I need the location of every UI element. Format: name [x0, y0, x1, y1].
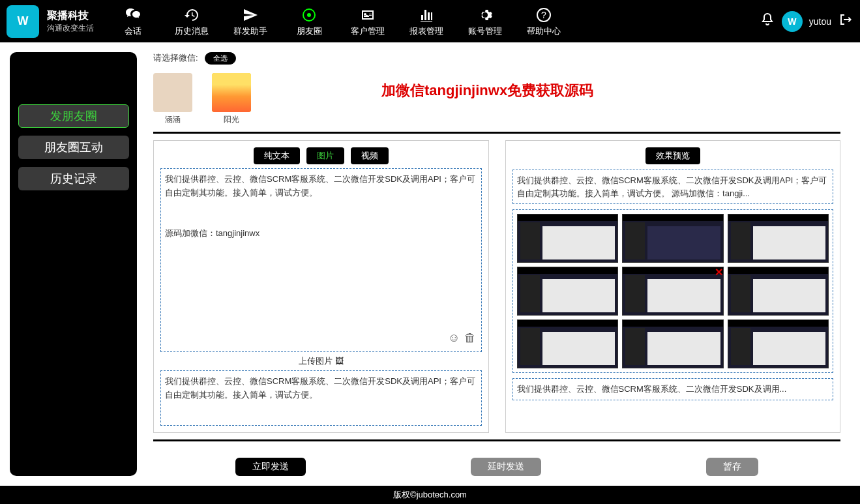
nav-chat[interactable]: 会话: [113, 6, 153, 37]
nav-label: 客户管理: [351, 25, 385, 37]
nav-moments[interactable]: 朋友圈: [289, 6, 329, 37]
send-now-button[interactable]: 立即发送: [235, 458, 306, 476]
nav-history[interactable]: 历史消息: [172, 6, 211, 37]
sidebar-post-moments[interactable]: 发朋友圈: [18, 104, 129, 128]
upload-image-button[interactable]: 上传图片 🖼: [160, 352, 482, 370]
avatar[interactable]: W: [782, 11, 803, 32]
tab-image[interactable]: 图片: [306, 147, 344, 164]
nav-report[interactable]: 报表管理: [407, 6, 446, 37]
sidebar: 发朋友圈 朋友圈互动 历史记录: [0, 42, 147, 486]
chart-icon: [419, 6, 434, 24]
nav-label: 会话: [125, 25, 141, 37]
header-right: W yutou: [760, 11, 853, 32]
nav-groupsend[interactable]: 群发助手: [231, 6, 270, 37]
select-all-button[interactable]: 全选: [205, 52, 236, 65]
preview-image-grid: ✕: [512, 209, 834, 373]
sidebar-interact[interactable]: 朋友圈互动: [18, 136, 129, 159]
preview-thumb[interactable]: [728, 319, 829, 368]
svg-text:?: ?: [541, 10, 546, 20]
nav-label: 报表管理: [409, 25, 443, 37]
help-icon: ?: [536, 6, 552, 24]
brand-sub: 沟通改变生活: [47, 23, 94, 34]
avatar-item[interactable]: 涵涵: [153, 73, 192, 125]
sidebar-history[interactable]: 历史记录: [18, 167, 129, 190]
moments-icon: [301, 6, 317, 24]
avatar-item[interactable]: 阳光: [212, 73, 251, 125]
preview-bottom-text: 我们提供群控、云控、微信SCRM客服系统、二次微信开发SDK及调用...: [512, 378, 834, 400]
username: yutou: [809, 16, 831, 27]
compose-panel: 纯文本 图片 视频 我们提供群控、云控、微信SCRM客服系统、二次微信开发SDK…: [153, 140, 489, 433]
footer: 版权©jubotech.com: [0, 486, 860, 504]
content-textarea[interactable]: 我们提供群控、云控、微信SCRM客服系统、二次微信开发SDK及调用API；客户可…: [160, 168, 482, 352]
content: 请选择微信: 全选 涵涵 阳光 加微信tangjinjinwx免费获取源码: [147, 42, 860, 486]
preview-top-text: 我们提供群控、云控、微信SCRM客服系统、二次微信开发SDK及调用API；客户可…: [512, 170, 834, 204]
preview-thumb[interactable]: [622, 319, 724, 368]
divider: [153, 132, 840, 134]
nav-label: 历史消息: [175, 25, 209, 37]
avatar-name: 阳光: [224, 114, 239, 125]
nav-customer[interactable]: 客户管理: [348, 6, 387, 37]
avatar-list: 涵涵 阳光: [153, 73, 251, 125]
preview-title: 效果预览: [645, 147, 700, 164]
content-type-tabs: 纯文本 图片 视频: [160, 147, 482, 164]
preview-panel: 效果预览 我们提供群控、云控、微信SCRM客服系统、二次微信开发SDK及调用AP…: [505, 140, 841, 433]
send-icon: [243, 6, 258, 24]
preview-thumb[interactable]: [517, 214, 619, 263]
id-card-icon: [360, 6, 376, 24]
wechat-icon: [125, 6, 141, 24]
logo[interactable]: W: [7, 5, 39, 38]
nav-label: 群发助手: [233, 25, 267, 37]
history-icon: [184, 6, 200, 24]
nav-help[interactable]: ? 帮助中心: [524, 6, 563, 37]
svg-point-1: [307, 13, 311, 17]
actions: 立即发送 延时发送 暂存: [153, 448, 840, 479]
divider: [153, 439, 840, 441]
bell-icon[interactable]: [760, 12, 775, 31]
avatar-name: 涵涵: [165, 114, 181, 125]
nav-label: 账号管理: [468, 25, 502, 37]
header: W 聚播科技 沟通改变生活 会话 历史消息 群发助手 朋友圈 客户管理 报表管理: [0, 0, 860, 42]
avatar-image: [212, 73, 251, 112]
logout-icon[interactable]: [838, 12, 853, 31]
gear-icon: [477, 6, 493, 24]
tab-text[interactable]: 纯文本: [254, 147, 300, 164]
emoji-icon[interactable]: ☺: [448, 329, 460, 348]
nav-account[interactable]: 账号管理: [466, 6, 505, 37]
preview-thumb[interactable]: [622, 214, 724, 263]
brand: 聚播科技 沟通改变生活: [47, 9, 94, 34]
avatar-image: [153, 73, 192, 112]
select-label: 请选择微信:: [153, 52, 198, 64]
nav: 会话 历史消息 群发助手 朋友圈 客户管理 报表管理 账号管理 ? 帮助中心: [113, 6, 563, 37]
brand-title: 聚播科技: [47, 9, 94, 23]
preview-thumb[interactable]: ✕: [622, 267, 724, 316]
preview-thumb[interactable]: [728, 267, 829, 316]
tab-video[interactable]: 视频: [351, 147, 389, 164]
banner-text: 加微信tangjinjinwx免费获取源码: [381, 81, 593, 125]
send-delay-button[interactable]: 延时发送: [471, 458, 541, 476]
delete-icon[interactable]: 🗑: [464, 329, 476, 348]
save-draft-button[interactable]: 暂存: [706, 458, 758, 476]
content-text: 我们提供群控、云控、微信SCRM客服系统、二次微信开发SDK及调用API；客户可…: [165, 174, 475, 238]
close-icon[interactable]: ✕: [715, 266, 723, 278]
nav-label: 朋友圈: [297, 25, 322, 37]
image-icon: 🖼: [335, 356, 344, 366]
nav-label: 帮助中心: [527, 25, 561, 37]
preview-thumb[interactable]: [728, 214, 829, 263]
preview-thumb[interactable]: [517, 319, 619, 368]
comment-textarea[interactable]: 我们提供群控、云控、微信SCRM客服系统、二次微信开发SDK及调用API；客户可…: [160, 370, 482, 426]
preview-thumb[interactable]: [517, 267, 619, 316]
